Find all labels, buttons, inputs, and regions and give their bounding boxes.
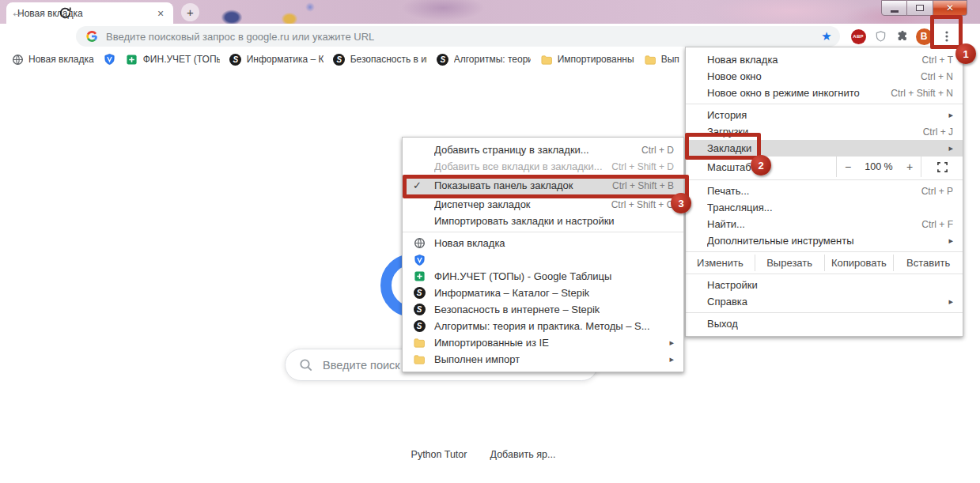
folder-icon xyxy=(644,53,656,66)
shield-outline-icon xyxy=(875,30,887,43)
zoom-controls: − 100 % + xyxy=(836,157,963,177)
zoom-out-button[interactable]: − xyxy=(837,157,859,177)
shortcut-add[interactable]: Добавить яр... xyxy=(471,449,574,460)
annotation-box-show-bookmarks-bar xyxy=(403,175,689,198)
shield-extension-button[interactable] xyxy=(871,27,890,46)
address-bar[interactable]: Введите поисковый запрос в google.ru или… xyxy=(76,26,840,47)
menu-separator xyxy=(686,274,963,274)
new-tab-button[interactable]: + xyxy=(181,3,199,21)
folder-icon xyxy=(413,337,426,349)
copy-button[interactable]: Копировать xyxy=(824,255,894,271)
menu-item-cast[interactable]: Трансляция... xyxy=(686,199,963,216)
menu-separator xyxy=(686,179,963,180)
submenu-arrow-icon: ▸ xyxy=(948,143,953,153)
menu-item-import-bookmarks[interactable]: Импортировать закладки и настройки xyxy=(403,213,683,229)
menu-item-incognito[interactable]: Новое окно в режиме инкогнито Ctrl + Shi… xyxy=(686,85,963,101)
submenu-arrow-icon: ▸ xyxy=(669,338,674,348)
bookmark-item[interactable]: ФИН.УЧЕТ (ТОПы)... xyxy=(126,53,220,66)
annotation-box-menu-button xyxy=(930,15,963,49)
stepik-icon: S xyxy=(437,53,449,66)
edit-row: Изменить Вырезать Копировать Вставить xyxy=(686,255,963,271)
bookmark-star-icon[interactable]: ★ xyxy=(818,28,835,45)
back-button[interactable]: ← xyxy=(8,3,27,22)
stepik-icon: S xyxy=(413,320,426,333)
annotation-step-badge: 3 xyxy=(671,193,691,213)
stepik-icon: S xyxy=(413,287,426,300)
menu-item-print[interactable]: Печать... Ctrl + P xyxy=(686,183,963,199)
abp-icon: ABP xyxy=(851,29,866,44)
menu-item-bookmark-all-tabs: Добавить все вкладки в закладки... Ctrl … xyxy=(403,158,683,175)
submenu-arrow-icon: ▸ xyxy=(669,354,674,364)
bookmark-folder[interactable]: Вып xyxy=(644,53,679,66)
close-button[interactable]: ✕ xyxy=(933,0,967,16)
bookmark-menu-item[interactable]: Новая вкладка xyxy=(403,235,683,251)
minimize-icon xyxy=(891,10,899,13)
bookmark-menu-item[interactable]: S Безопасность в интернете – Stepik xyxy=(403,301,683,318)
google-logo-icon xyxy=(85,30,98,43)
folder-icon xyxy=(540,53,553,66)
minimize-button[interactable] xyxy=(881,0,907,16)
maximize-icon xyxy=(916,5,924,11)
bookmark-menu-folder[interactable]: Выполнен импорт ▸ xyxy=(403,351,683,368)
bookmarks-submenu: Добавить страницу в закладки... Ctrl + D… xyxy=(402,137,684,372)
globe-icon xyxy=(413,237,426,250)
menu-separator xyxy=(686,312,963,313)
shield-icon xyxy=(413,254,426,266)
menu-item-bookmark-manager[interactable]: Диспетчер закладок Ctrl + Shift + O xyxy=(403,196,683,213)
adblock-extension-button[interactable]: ABP xyxy=(849,27,868,46)
bookmark-item[interactable]: S Алгоритмы: теори... xyxy=(437,53,531,66)
menu-item-history[interactable]: История ▸ xyxy=(686,107,963,123)
bookmark-menu-item[interactable]: S Алгоритмы: теория и практика. Методы –… xyxy=(403,318,683,334)
globe-icon xyxy=(11,53,24,66)
puzzle-icon xyxy=(896,30,909,43)
bookmark-menu-item[interactable]: ФИН.УЧЕТ (ТОПы) - Google Таблицы xyxy=(403,268,683,285)
menu-item-exit[interactable]: Выход xyxy=(686,315,963,332)
cut-button[interactable]: Вырезать xyxy=(755,255,824,271)
menu-separator xyxy=(686,251,963,252)
menu-item-more-tools[interactable]: Дополнительные инструменты ▸ xyxy=(686,232,963,249)
extensions-button[interactable] xyxy=(893,27,912,46)
menu-item-bookmark-this-page[interactable]: Добавить страницу в закладки... Ctrl + D xyxy=(403,142,683,158)
address-bar-placeholder: Введите поисковый запрос в google.ru или… xyxy=(106,31,818,43)
bookmark-menu-item[interactable]: S Информатика – Каталог – Stepik xyxy=(403,285,683,301)
submenu-arrow-icon: ▸ xyxy=(948,296,953,307)
bookmark-menu-folder[interactable]: Импортированные из IE ▸ xyxy=(403,334,683,351)
bookmark-item[interactable]: Новая вкладка xyxy=(11,53,94,66)
fullscreen-icon xyxy=(936,161,948,173)
submenu-arrow-icon: ▸ xyxy=(948,236,953,246)
paste-button[interactable]: Вставить xyxy=(893,255,963,271)
sheets-icon xyxy=(413,270,426,283)
menu-item-new-window[interactable]: Новое окно Ctrl + N xyxy=(686,68,963,85)
zoom-value: 100 % xyxy=(859,157,899,177)
window-controls: ✕ xyxy=(881,0,967,16)
annotation-step-badge: 2 xyxy=(751,155,771,175)
shield-icon xyxy=(104,53,116,66)
menu-item-new-tab[interactable]: Новая вкладка Ctrl + T xyxy=(686,51,963,68)
bookmark-menu-item[interactable] xyxy=(403,251,683,268)
forward-button[interactable]: → xyxy=(32,3,51,22)
reload-icon xyxy=(59,6,72,20)
folder-icon xyxy=(413,353,426,366)
tab-close-icon[interactable]: × xyxy=(154,7,167,20)
sheets-icon xyxy=(126,53,138,66)
menu-item-settings[interactable]: Настройки xyxy=(686,277,963,293)
search-icon xyxy=(299,358,313,372)
menu-item-help[interactable]: Справка ▸ xyxy=(686,293,963,310)
menu-item-find[interactable]: Найти... Ctrl + F xyxy=(686,216,963,232)
bookmark-item[interactable] xyxy=(104,53,116,66)
bookmark-item[interactable]: S Информатика – Ка... xyxy=(229,53,324,66)
fullscreen-button[interactable] xyxy=(921,157,963,177)
stepik-icon: S xyxy=(413,304,426,316)
bookmark-folder[interactable]: Импортированны... xyxy=(540,53,634,66)
chrome-menu: Новая вкладка Ctrl + T Новое окно Ctrl +… xyxy=(685,47,963,337)
maximize-button[interactable] xyxy=(907,0,933,16)
annotation-step-badge: 1 xyxy=(955,43,976,64)
zoom-in-button[interactable]: + xyxy=(899,157,921,177)
stepik-icon: S xyxy=(333,53,346,66)
title-bar: Новая вкладка × + ✕ xyxy=(0,0,980,24)
menu-separator xyxy=(403,232,683,232)
bookmark-item[interactable]: S Безопасность в ин... xyxy=(333,53,427,66)
menu-separator xyxy=(686,104,963,104)
reload-button[interactable] xyxy=(55,3,74,22)
submenu-arrow-icon: ▸ xyxy=(948,110,953,120)
